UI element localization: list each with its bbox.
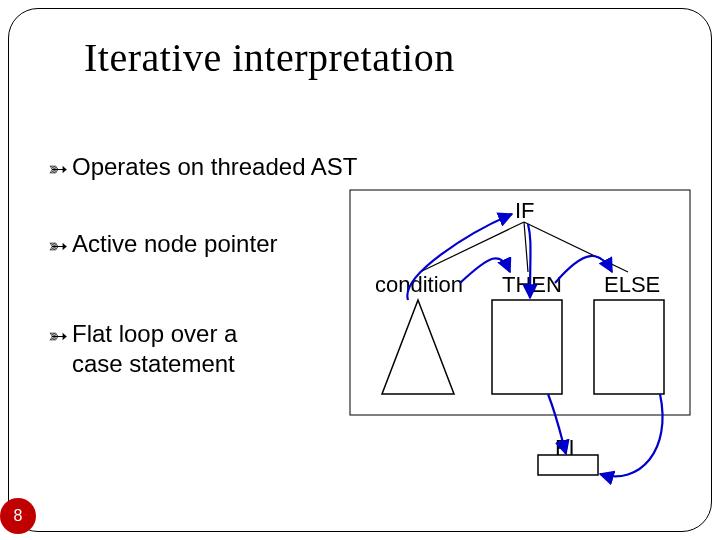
slide: Iterative interpretation ➳Operates on th…	[0, 0, 720, 540]
page-number: 8	[0, 498, 36, 534]
bullet-3b-text: case statement	[72, 350, 235, 377]
bullet-2: ➳Active node pointer	[48, 230, 277, 260]
bullet-icon: ➳	[48, 232, 68, 260]
bullet-3a-text: Flat loop over a	[72, 320, 237, 347]
bullet-1: ➳Operates on threaded AST	[48, 153, 358, 183]
node-cond-label: condition	[375, 272, 463, 298]
bullet-icon: ➳	[48, 155, 68, 183]
node-else-label: ELSE	[604, 272, 660, 298]
slide-title: Iterative interpretation	[84, 34, 455, 81]
bullet-icon: ➳	[48, 322, 68, 350]
bullet-3b: case statement	[72, 350, 235, 378]
page-number-text: 8	[14, 507, 23, 525]
bullet-2-text: Active node pointer	[72, 230, 277, 257]
node-if-label: IF	[515, 198, 535, 224]
node-then-label: THEN	[502, 272, 562, 298]
bullet-1-text: Operates on threaded AST	[72, 153, 358, 180]
node-fi-label: FI	[555, 435, 575, 461]
bullet-3: ➳Flat loop over a	[48, 320, 237, 350]
slide-frame	[8, 8, 712, 532]
